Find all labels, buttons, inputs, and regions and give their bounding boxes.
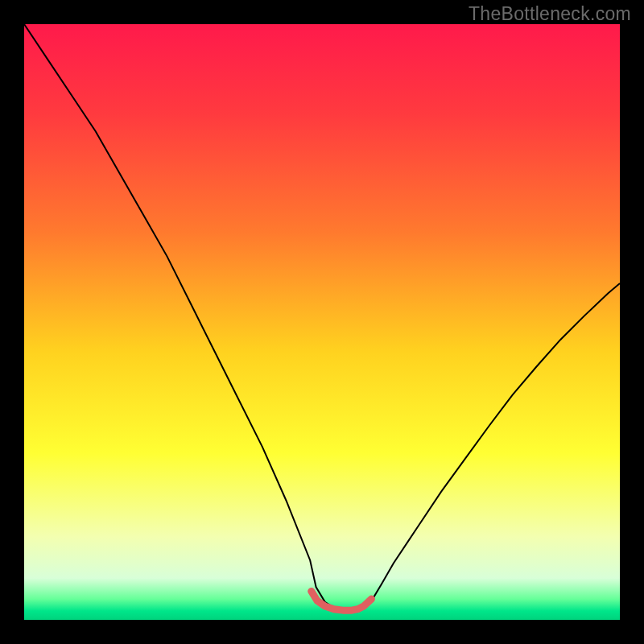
curve-layer	[24, 24, 620, 620]
bottleneck-curve	[24, 24, 620, 611]
plot-area	[24, 24, 620, 620]
watermark-text: TheBottleneck.com	[469, 3, 631, 25]
chart-stage: TheBottleneck.com	[0, 0, 644, 644]
